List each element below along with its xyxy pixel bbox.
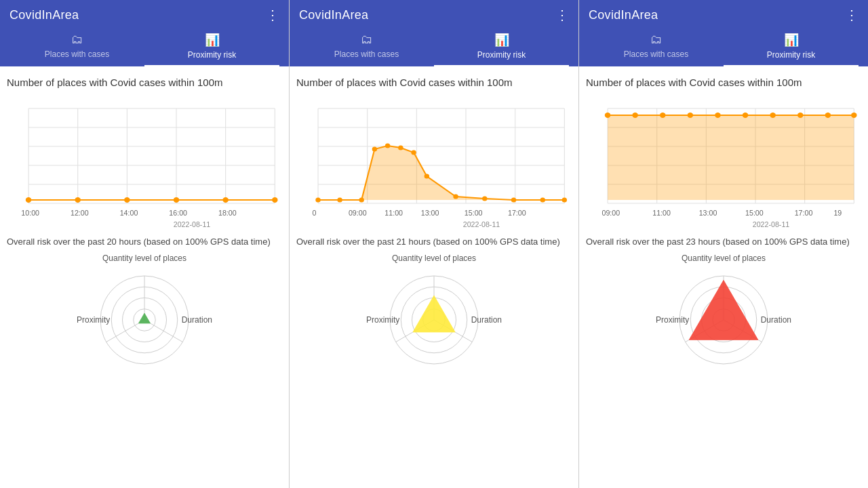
svg-marker-108 [689,280,757,340]
radar-chart: ProximityDuration [77,266,212,374]
tab-1[interactable]: 📊 Proximity risk [434,28,569,66]
risk-text: Overall risk over the past 20 hours (bas… [7,236,282,248]
svg-text:10:00: 10:00 [21,209,39,217]
svg-text:15:00: 15:00 [745,209,764,217]
card-3: CovidInArea ⋮ 🗂 Places with cases 📊 Prox… [579,0,868,488]
svg-point-92 [825,113,831,118]
svg-text:11:00: 11:00 [384,209,403,217]
proximity-label: Proximity [656,315,689,325]
svg-point-50 [411,150,416,155]
radar-section: Quantity level of placesProximityDuratio… [296,253,572,481]
line-chart: 09:0011:0013:0015:0017:00192022-08-11 [586,95,861,230]
duration-label: Duration [182,315,212,325]
radar-quantity-label: Quantity level of places [102,253,186,263]
menu-icon[interactable]: ⋮ [266,7,279,23]
svg-text:13:00: 13:00 [699,209,717,217]
svg-point-88 [715,113,721,118]
svg-point-16 [222,197,229,203]
svg-point-87 [688,113,694,118]
tab-1[interactable]: 📊 Proximity risk [724,28,859,66]
risk-text: Overall risk over the past 23 hours (bas… [586,236,861,248]
svg-text:2022-08-11: 2022-08-11 [174,221,211,228]
radar-chart: ProximityDuration [656,266,791,374]
svg-text:17:00: 17:00 [508,209,526,217]
svg-text:2022-08-11: 2022-08-11 [753,221,790,228]
duration-label: Duration [761,315,791,325]
svg-text:16:00: 16:00 [169,209,187,217]
card-body: Number of places with Covid cases within… [579,66,868,488]
radar-chart: ProximityDuration [366,266,502,374]
duration-label: Duration [471,315,502,325]
svg-text:17:00: 17:00 [795,209,813,217]
tab-0[interactable]: 🗂 Places with cases [299,28,434,66]
app-title: CovidInArea [299,8,368,22]
radar-section: Quantity level of placesProximityDuratio… [586,253,861,481]
svg-text:09:00: 09:00 [602,209,620,217]
chart-title: Number of places with Covid cases within… [586,76,861,89]
radar-quantity-label: Quantity level of places [682,253,766,263]
svg-text:0: 0 [313,209,317,217]
svg-point-86 [660,113,666,118]
line-chart: 10:0012:0014:0016:0018:002022-08-11 [7,95,282,230]
svg-text:12:00: 12:00 [71,209,89,217]
tab-label-0: Places with cases [334,49,399,59]
svg-point-55 [540,197,545,202]
svg-point-52 [453,194,458,199]
chart-title: Number of places with Covid cases within… [7,76,282,89]
svg-point-47 [372,146,377,151]
svg-point-84 [605,113,611,118]
risk-text: Overall risk over the past 21 hours (bas… [296,236,572,248]
svg-point-93 [851,113,857,118]
card-2: CovidInArea ⋮ 🗂 Places with cases 📊 Prox… [290,0,579,488]
svg-point-45 [337,197,342,202]
radar-quantity-label: Quantity level of places [392,253,476,263]
svg-point-15 [174,197,180,203]
app-title: CovidInArea [589,8,658,22]
svg-text:11:00: 11:00 [652,209,671,217]
svg-point-14 [124,197,130,203]
svg-point-13 [75,197,81,203]
svg-point-53 [482,196,487,201]
svg-point-89 [743,113,749,118]
tab-label-1: Proximity risk [477,50,526,60]
cards-container: CovidInArea ⋮ 🗂 Places with cases 📊 Prox… [0,0,868,488]
menu-icon[interactable]: ⋮ [845,7,859,23]
tab-icon-1: 📊 [494,33,509,47]
svg-marker-71 [413,296,455,332]
card-body: Number of places with Covid cases within… [0,66,289,488]
svg-point-44 [315,197,320,202]
svg-point-85 [632,113,638,118]
svg-point-46 [359,197,363,202]
app-title: CovidInArea [9,8,79,22]
tab-1[interactable]: 📊 Proximity risk [144,28,279,66]
svg-point-56 [562,197,567,202]
tab-icon-0: 🗂 [361,33,373,47]
tab-label-1: Proximity risk [767,50,815,60]
tab-label-0: Places with cases [624,49,688,59]
chart-title: Number of places with Covid cases within… [296,76,572,89]
svg-text:14:00: 14:00 [120,209,138,217]
svg-marker-31 [139,313,151,323]
menu-icon[interactable]: ⋮ [555,7,569,23]
line-chart: 009:0011:0013:0015:0017:002022-08-11 [296,95,572,230]
tab-0[interactable]: 🗂 Places with cases [9,28,144,66]
svg-point-51 [425,174,429,178]
tab-icon-1: 📊 [784,33,799,47]
svg-point-17 [272,197,278,203]
svg-point-12 [26,197,32,203]
proximity-label: Proximity [366,315,399,325]
card-header: CovidInArea ⋮ 🗂 Places with cases 📊 Prox… [290,0,578,66]
svg-point-49 [398,145,403,150]
proximity-label: Proximity [77,315,110,325]
tab-0[interactable]: 🗂 Places with cases [589,28,724,66]
svg-point-90 [770,113,776,118]
tab-label-1: Proximity risk [188,50,236,60]
radar-section: Quantity level of placesProximityDuratio… [7,253,282,481]
card-header: CovidInArea ⋮ 🗂 Places with cases 📊 Prox… [0,0,289,66]
svg-point-48 [385,143,390,148]
card-1: CovidInArea ⋮ 🗂 Places with cases 📊 Prox… [0,0,290,488]
tab-icon-0: 🗂 [71,33,83,47]
svg-text:2022-08-11: 2022-08-11 [463,221,500,228]
svg-text:09:00: 09:00 [349,209,367,217]
svg-text:18:00: 18:00 [218,209,237,217]
